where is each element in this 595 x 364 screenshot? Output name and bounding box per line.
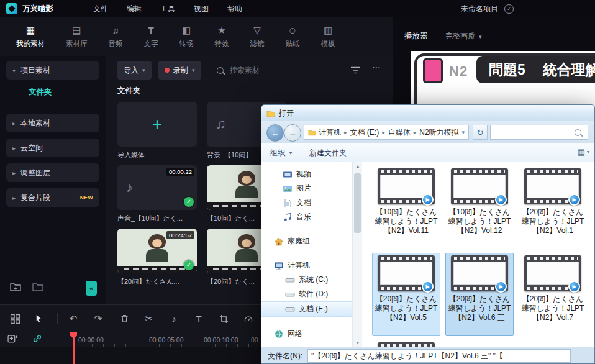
tree-item-drive-c[interactable]: 系统 (C:) <box>261 273 352 287</box>
network-icon <box>274 329 284 339</box>
file-item[interactable]: ▶ 【20問】たくさん練習しよう！JLPT【N2】Vol.7 <box>519 253 587 336</box>
breadcrumb-segment[interactable]: 计算机 <box>319 127 341 138</box>
import-button[interactable]: 导入 ▾ <box>117 61 152 80</box>
tree-item-videos[interactable]: 视频 <box>261 167 352 181</box>
sidebar-item-compound-clip[interactable]: ▸ 复合片段 NEW <box>6 188 99 207</box>
more-options-icon[interactable]: ⋯ <box>372 62 381 72</box>
tree-item-documents[interactable]: 文档 <box>261 196 352 210</box>
breadcrumb-segment[interactable]: N2听力模拟 <box>419 127 458 138</box>
delete-button[interactable] <box>118 312 130 325</box>
undo-button[interactable]: ↶ <box>67 312 79 325</box>
file-item[interactable]: ▶ 【20問】たくさん練習しよう！JLPT【N2】Vol.5 <box>372 253 440 336</box>
organize-button[interactable]: 组织 ▼ <box>270 148 293 158</box>
tab-effects[interactable]: ★ 特效 <box>215 25 229 48</box>
dialog-body: 视频 图片 文档 音乐 家庭组 <box>261 162 594 347</box>
music-note-icon: ♪ <box>126 180 133 196</box>
tab-templates[interactable]: ▥ 模板 <box>321 25 335 48</box>
breadcrumb-segment[interactable]: 文档 (E:) <box>350 127 379 138</box>
speed-button[interactable] <box>242 312 255 325</box>
collapse-sidebar-button[interactable]: « <box>86 281 97 296</box>
refresh-button[interactable]: ↻ <box>473 125 488 140</box>
tab-stock-media[interactable]: ▤ 素材库 <box>66 25 88 48</box>
new-folder-button[interactable]: 新建文件夹 <box>309 148 347 158</box>
sidebar-item-adjustment-layer[interactable]: ▸ 调整图层 <box>6 163 99 182</box>
tree-item-network[interactable]: 网络 <box>261 327 352 341</box>
sidebar-item-label: 本地素材 <box>20 118 50 129</box>
scrollbar-thumb[interactable] <box>354 173 361 233</box>
media-item[interactable]: 00:24:57 ✓ <box>117 229 197 273</box>
scroll-up-icon[interactable]: ▲ <box>353 162 363 171</box>
search-input[interactable] <box>229 65 324 75</box>
pointer-tool-icon[interactable] <box>32 312 45 325</box>
tab-filters[interactable]: ▽ 滤镜 <box>250 25 265 48</box>
filename-row: 文件名(N): <box>261 347 594 364</box>
file-item[interactable]: ▶ 【20問】たくさん練習しよう！JLPT【N2】Vol.1 <box>519 166 587 249</box>
tab-stickers[interactable]: ☺ 贴纸 <box>286 25 300 48</box>
text-tool-icon[interactable]: T <box>193 312 205 325</box>
menu-file[interactable]: 文件 <box>93 4 108 14</box>
chevron-down-icon: ▾ <box>479 34 482 40</box>
file-item[interactable]: ▶ 【10問】たくさん練習しよう！JLPT【N2】Vol.11 <box>372 166 440 249</box>
tree-scrollbar[interactable]: ▲ ▼ <box>352 162 362 347</box>
dialog-search-input[interactable] <box>493 127 575 139</box>
menu-help[interactable]: 帮助 <box>227 4 242 14</box>
duration-badge: 00:24:57 <box>166 231 194 239</box>
dialog-toolbar: 组织 ▼ 新建文件夹 <box>261 143 594 163</box>
effects-icon: ★ <box>217 25 225 35</box>
sidebar-item-cloud[interactable]: ▸ 云空间 <box>6 139 99 157</box>
link-toggle-icon[interactable] <box>32 334 43 345</box>
media-item[interactable]: ♪ 00:00:22 ✓ <box>117 165 197 210</box>
app-brand: 万兴喵影 <box>22 4 53 14</box>
play-badge-icon: ▶ <box>422 194 434 206</box>
sidebar-item-label: 项目素材 <box>20 65 50 76</box>
filename-input[interactable] <box>307 349 571 363</box>
disk-drive-icon <box>285 304 295 314</box>
tab-text[interactable]: T 文字 <box>144 25 158 48</box>
menu-tools[interactable]: 工具 <box>160 4 175 14</box>
sidebar-item-label: 调整图层 <box>20 168 50 178</box>
add-track-button[interactable] <box>7 334 19 345</box>
disk-drive-icon <box>285 289 295 299</box>
crop-button[interactable] <box>217 312 230 325</box>
media-search <box>217 61 335 80</box>
view-options-icon[interactable]: ▦ ▾ <box>578 147 589 157</box>
menu-edit[interactable]: 编辑 <box>127 4 142 14</box>
tree-item-computer[interactable]: 计算机 <box>261 258 352 273</box>
scroll-down-icon[interactable]: ▼ <box>353 339 363 347</box>
filter-icon[interactable] <box>350 65 361 75</box>
history-dropdown-icon[interactable]: ▾ <box>461 129 465 135</box>
add-folder-button[interactable] <box>10 282 21 292</box>
dialog-address-bar: ← → 计算机 ▸ 文档 (E:) ▸ 自媒体 ▸ N2听力模拟 ▾ ↻ <box>261 121 594 143</box>
sidebar-item-local-media[interactable]: ▸ 本地素材 <box>6 114 99 132</box>
quality-dropdown[interactable]: 完整画质 ▾ <box>445 31 482 42</box>
track-manage-icon[interactable] <box>9 312 21 325</box>
menu-view[interactable]: 视图 <box>194 4 209 14</box>
sidebar-item-project-media[interactable]: ▾ 项目素材 <box>6 61 99 80</box>
sidebar-item-folder[interactable]: 文件夹 <box>29 87 52 98</box>
tab-audio[interactable]: ♫ 音频 <box>109 25 123 48</box>
folder-icon[interactable] <box>32 282 43 292</box>
tree-item-drive-d[interactable]: 软件 (D:) <box>261 287 352 301</box>
audio-tool-icon[interactable]: ♪ <box>168 312 180 325</box>
tab-transition[interactable]: ◧ 转场 <box>179 25 194 48</box>
file-item[interactable] <box>372 340 440 347</box>
tree-item-drive-e[interactable]: 文档 (E:) <box>261 301 352 317</box>
back-button[interactable]: ← <box>266 124 284 142</box>
forward-button[interactable]: → <box>284 124 301 142</box>
split-button[interactable]: ✂ <box>143 312 155 325</box>
caret-right-icon: ▸ <box>12 194 16 201</box>
import-media-tile[interactable]: + <box>117 102 197 147</box>
tab-my-media[interactable]: ▦ 我的素材 <box>16 25 45 48</box>
tree-item-music[interactable]: 音乐 <box>261 210 352 224</box>
breadcrumb-segment[interactable]: 自媒体 <box>388 127 411 138</box>
file-item[interactable]: ▶ 【20問】たくさん練習しよう！JLPT【N2】Vol.6 三 <box>445 253 514 336</box>
record-button[interactable]: 录制 ▾ <box>158 61 201 80</box>
computer-icon <box>274 261 284 271</box>
redo-button[interactable]: ↷ <box>92 312 104 325</box>
tree-item-pictures[interactable]: 图片 <box>261 181 352 196</box>
tree-item-homegroup[interactable]: 家庭组 <box>261 234 352 248</box>
search-icon <box>575 129 581 136</box>
file-name: 【20問】たくさん練習しよう！JLPT【N2】Vol.6 三 <box>446 294 513 322</box>
time-label: 00 <box>251 336 258 344</box>
file-item[interactable]: ▶ 【10問】たくさん練習しよう！JLPT【N2】Vol.12 <box>445 166 514 249</box>
